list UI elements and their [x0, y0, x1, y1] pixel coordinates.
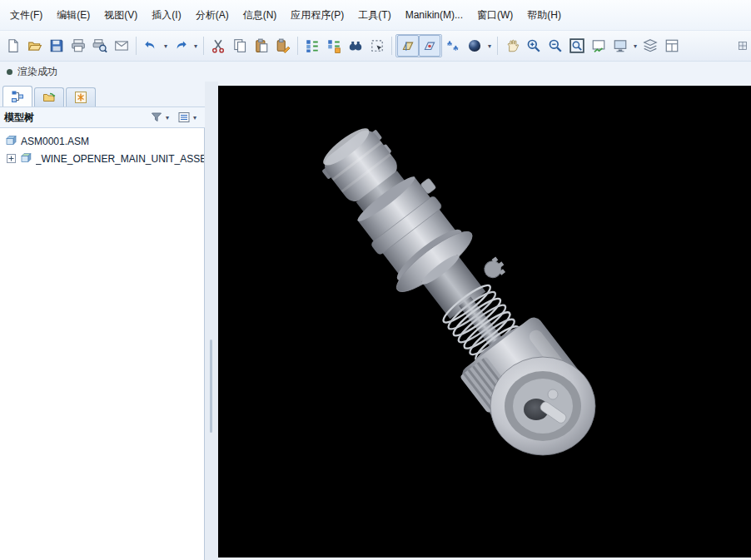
main-toolbar: ▾ ▾ ▾ ▾ — [0, 30, 751, 62]
tree-settings-caret: ▾ — [191, 114, 199, 121]
toolbar-separator — [136, 37, 137, 55]
regenerate-icon[interactable] — [301, 35, 323, 57]
menu-view[interactable]: 视图(V) — [97, 5, 144, 26]
assembly-icon — [5, 135, 17, 147]
tree-row-subassembly[interactable]: _WINE_OPENER_MAIN_UNIT_ASSE — [5, 150, 204, 167]
status-dot-icon — [7, 69, 12, 75]
repaint-icon[interactable] — [588, 35, 609, 57]
tree-node-label: _WINE_OPENER_MAIN_UNIT_ASSE — [36, 153, 204, 165]
saved-views-caret[interactable]: ▾ — [631, 42, 639, 50]
wine-opener-model — [218, 86, 751, 558]
menu-applications[interactable]: 应用程序(P) — [284, 5, 351, 26]
redo-menu-caret[interactable]: ▾ — [191, 42, 200, 50]
tree-filter-caret: ▾ — [163, 114, 172, 121]
tree-settings-icon — [177, 111, 191, 124]
refit-icon[interactable] — [566, 35, 588, 57]
menu-analysis[interactable]: 分析(A) — [189, 5, 236, 26]
selection-filter-icon[interactable] — [366, 35, 388, 57]
favorites-icon — [74, 91, 87, 104]
model-tree-tab[interactable] — [2, 86, 32, 107]
tree-settings-button[interactable]: ▾ — [176, 109, 201, 126]
print-icon[interactable] — [67, 35, 89, 57]
annotation-display-icon[interactable] — [442, 35, 464, 57]
tree-filter-button[interactable]: ▾ — [148, 109, 173, 126]
new-file-icon[interactable] — [2, 35, 24, 57]
model-tree-icon — [11, 90, 24, 103]
shaded-view-caret[interactable]: ▾ — [485, 42, 494, 50]
tree-node-label: ASM0001.ASM — [21, 136, 89, 147]
menu-info[interactable]: 信息(N) — [236, 5, 284, 26]
regenerate-options-icon[interactable] — [323, 35, 345, 57]
model-tree-header: 模型树 ▾ ▾ — [0, 107, 205, 128]
menu-tools[interactable]: 工具(T) — [351, 5, 397, 26]
redo-icon[interactable] — [170, 35, 191, 57]
folder-browser-tab[interactable] — [34, 87, 64, 107]
menu-help[interactable]: 帮助(H) — [520, 5, 568, 26]
toolbar-separator — [297, 37, 298, 55]
panel-splitter[interactable] — [205, 82, 218, 560]
model-tree: ASM0001.ASM _WINE_OPENER_MAIN_UNIT_ASSE — [0, 128, 205, 560]
model-tree-title: 模型树 — [4, 111, 34, 125]
navigator-panel: 模型树 ▾ ▾ ASM0001.ASM — [0, 82, 205, 560]
splitter-handle[interactable] — [210, 339, 212, 433]
expand-plus-icon — [7, 154, 16, 163]
folder-browser-icon — [42, 91, 56, 104]
tree-row-root[interactable]: ASM0001.ASM — [5, 132, 204, 150]
clipped-toolbar-icon[interactable] — [737, 35, 749, 57]
filter-funnel-icon — [150, 111, 163, 124]
status-bar: 渲染成功 — [0, 62, 751, 82]
undo-icon[interactable] — [140, 35, 162, 57]
content-area: 模型树 ▾ ▾ ASM0001.ASM — [0, 82, 751, 560]
tree-expander[interactable] — [5, 154, 17, 163]
menu-edit[interactable]: 编辑(E) — [50, 5, 97, 26]
status-message: 渲染成功 — [17, 65, 57, 79]
undo-menu-caret[interactable]: ▾ — [162, 42, 170, 50]
cad-application-window: 文件(F) 编辑(E) 视图(V) 插入(I) 分析(A) 信息(N) 应用程序… — [0, 0, 751, 560]
navigator-tabs — [0, 82, 205, 107]
menu-file[interactable]: 文件(F) — [3, 5, 49, 26]
3d-viewport[interactable] — [218, 86, 751, 558]
cut-icon[interactable] — [207, 35, 229, 57]
paste-special-icon[interactable] — [272, 35, 294, 57]
datum-toggle-group — [395, 34, 442, 57]
assembly-icon — [20, 152, 32, 165]
print-preview-icon[interactable] — [89, 35, 111, 57]
view-manager-icon[interactable] — [661, 35, 683, 57]
toolbar-separator — [203, 37, 204, 55]
menu-window[interactable]: 窗口(W) — [470, 5, 520, 26]
mail-icon[interactable] — [111, 35, 132, 57]
datum-display-icon[interactable] — [397, 35, 419, 57]
copy-icon[interactable] — [229, 35, 251, 57]
spin-icon[interactable] — [501, 35, 523, 57]
find-icon[interactable] — [345, 35, 366, 57]
favorites-tab[interactable] — [66, 87, 96, 107]
zoom-out-icon[interactable] — [545, 35, 566, 57]
save-icon[interactable] — [46, 35, 67, 57]
datum-tags-icon[interactable] — [419, 35, 440, 57]
toolbar-separator — [497, 37, 498, 55]
zoom-in-icon[interactable] — [523, 35, 545, 57]
paste-icon[interactable] — [251, 35, 272, 57]
open-file-icon[interactable] — [24, 35, 46, 57]
toolbar-separator — [391, 37, 392, 55]
menu-bar: 文件(F) 编辑(E) 视图(V) 插入(I) 分析(A) 信息(N) 应用程序… — [0, 0, 751, 30]
menu-insert[interactable]: 插入(I) — [145, 5, 187, 26]
shaded-view-icon[interactable] — [464, 35, 485, 57]
menu-manikin[interactable]: Manikin(M)... — [399, 6, 470, 24]
saved-views-icon[interactable] — [609, 35, 631, 57]
layers-icon[interactable] — [639, 35, 661, 57]
